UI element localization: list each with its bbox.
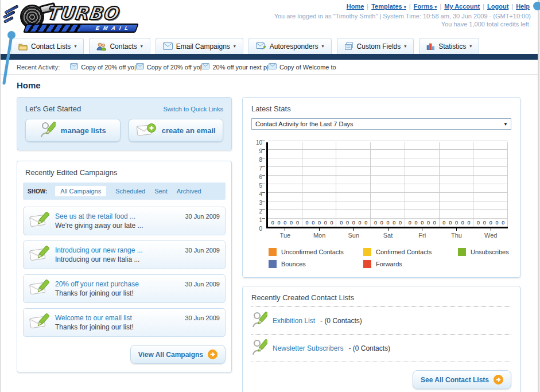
value-label-group: 00000 <box>336 220 371 226</box>
filter-archived[interactable]: Archived <box>177 188 201 195</box>
tab-custom-fields[interactable]: Custom Fields▾ <box>337 38 414 54</box>
x-axis-category-label: Mon <box>302 228 337 239</box>
manage-lists-label: manage lists <box>61 126 106 135</box>
legend-label: Unsubscribes <box>471 249 509 255</box>
latest-stats-title: Latest Stats <box>251 104 511 113</box>
tab-contacts[interactable]: Contacts▾ <box>89 38 150 54</box>
contact-list-item: Newsletter Subscribers - (0 Contacts) <box>251 335 511 362</box>
legend-item-bounces: Bounces <box>269 260 363 268</box>
person-pencil-icon <box>251 311 267 330</box>
page-title: Home <box>17 80 520 90</box>
chart-x-axis: TueMonSunSatFriThuWed <box>268 228 508 239</box>
campaign-title-link[interactable]: Introducing our new range ... <box>55 246 180 254</box>
login-info: You are logged in as "Timothy Smith" | S… <box>274 12 531 20</box>
recent-activity-items: Copy of 20% off yo|Copy of 20% off yo|20… <box>70 63 336 71</box>
stats-period-selected-option: Contact Activity for the Last 7 Days <box>255 121 353 127</box>
contact-list-name-link[interactable]: Exhibition List <box>273 317 315 325</box>
campaign-title-link[interactable]: Welcome to our email list <box>55 314 180 322</box>
envelope-pencil-icon <box>29 211 50 231</box>
gridline <box>439 142 440 227</box>
stats-period-select[interactable]: Contact Activity for the Last 7 Days ▼ <box>251 118 511 130</box>
campaign-subtitle: Introducing our new Italia ... <box>55 255 180 263</box>
recent-activity-item[interactable]: Copy of 20% off yo <box>136 63 200 71</box>
folder-icon <box>18 42 28 51</box>
contact-list-name-link[interactable]: Newsletter Subscribers <box>273 344 343 352</box>
top-nav-links: Home|Templates ▾|Forms ▾|My Account|Logo… <box>274 3 531 10</box>
top-link-help[interactable]: Help <box>516 3 530 10</box>
x-axis-tick <box>491 228 491 231</box>
recent-activity-item-label: 20% off your next p <box>212 64 267 71</box>
gridline <box>302 142 302 227</box>
gridline <box>268 209 508 210</box>
top-link-templates[interactable]: Templates ▾ <box>371 3 406 10</box>
filter-all-campaigns[interactable]: All Campaigns <box>55 186 106 196</box>
tab-statistics[interactable]: Statistics▾ <box>419 38 479 54</box>
legend-swatch <box>363 248 371 256</box>
custom-fields-icon <box>344 42 353 51</box>
tab-contact-lists[interactable]: Contact Lists▾ <box>11 38 84 54</box>
small-envelope-icon <box>136 63 144 71</box>
legend-swatch <box>363 260 371 268</box>
x-axis-tick <box>353 228 354 231</box>
switch-to-quick-links-link[interactable]: Switch to Quick Links <box>163 106 223 112</box>
top-link-forms[interactable]: Forms ▾ <box>414 3 437 10</box>
view-all-campaigns-button[interactable]: View All Campaigns <box>130 345 226 364</box>
gridline <box>268 149 508 150</box>
campaign-text: 20% off your next purchaseThanks for joi… <box>55 280 180 297</box>
logo-stripes <box>25 25 82 32</box>
campaign-row: 20% off your next purchaseThanks for joi… <box>23 274 226 303</box>
campaign-title-link[interactable]: 20% off your next purchase <box>55 280 180 288</box>
campaigns-panel-title: Recently Edited Campaigns <box>25 168 223 177</box>
value-label-group: 00000 <box>405 220 440 226</box>
get-started-title: Let's Get Started <box>25 104 81 113</box>
recent-activity-item[interactable]: Copy of Welcome to <box>269 63 336 71</box>
separator: | <box>367 3 368 10</box>
recent-activity-item[interactable]: Copy of 20% off yo <box>70 63 134 71</box>
filter-sent[interactable]: Sent <box>154 188 168 195</box>
recent-activity-item-label: Copy of Welcome to <box>279 64 336 71</box>
main-nav-tabs: Contact Lists▾Contacts▾Email Campaigns▾A… <box>1 38 538 54</box>
campaign-list: See us at the retail food ...We're givin… <box>23 207 226 337</box>
credits-info: You have 1,000 total credits left. <box>274 20 531 28</box>
tab-autoresponders[interactable]: Autoresponders▾ <box>248 38 332 54</box>
small-envelope-icon <box>269 63 277 71</box>
top-link-home[interactable]: Home <box>347 3 364 10</box>
tab-label: Statistics <box>438 42 466 51</box>
campaign-title-link[interactable]: See us at the retail food ... <box>55 212 180 220</box>
gridline <box>405 142 405 227</box>
recent-activity-item[interactable]: 20% off your next p <box>201 63 267 71</box>
manage-lists-button[interactable]: manage lists <box>25 119 121 142</box>
recent-activity-item-label: Copy of 20% off yo <box>147 64 200 71</box>
envelope-pencil-icon <box>29 244 50 265</box>
envelope-icon <box>163 42 173 50</box>
y-axis-tick-label: 10 <box>256 139 262 146</box>
logo-needle-decoration <box>1 30 18 87</box>
top-link-my-account[interactable]: My Account <box>444 3 480 10</box>
contact-lists-title: Recently Created Contact Lists <box>251 293 511 307</box>
logo-email-bar: EMAIL <box>23 24 139 33</box>
small-envelope-icon <box>201 63 209 71</box>
chevron-down-icon: ▼ <box>503 122 508 127</box>
see-all-contact-lists-button[interactable]: See All Contact Lists <box>413 370 511 389</box>
view-all-campaigns-label: View All Campaigns <box>138 351 203 359</box>
autoresponder-icon <box>256 42 266 51</box>
chart-plot-area: 00000000000000000000000000000000000 <box>266 142 508 228</box>
x-axis-category-label: Thu <box>440 228 474 239</box>
campaign-date: 30 Jun 2009 <box>185 281 220 288</box>
create-an-email-button[interactable]: create an email <box>129 119 224 142</box>
x-axis-tick <box>456 228 457 231</box>
chevron-down-icon: ▾ <box>322 44 324 49</box>
get-started-buttons: manage listscreate an email <box>25 119 223 142</box>
envelope-pencil-icon <box>29 278 50 299</box>
tab-email-campaigns[interactable]: Email Campaigns▾ <box>156 38 243 54</box>
get-started-panel: Let's Get Started Switch to Quick Links … <box>17 97 232 150</box>
filter-scheduled[interactable]: Scheduled <box>115 188 145 195</box>
recent-activity-item-label: Copy of 20% off yo <box>81 64 134 71</box>
arrow-circle-icon <box>494 375 503 385</box>
main-content: Home Let's Get Started Switch to Quick L… <box>1 75 538 392</box>
gridline <box>507 142 508 227</box>
top-link-logout[interactable]: Logout <box>487 3 508 10</box>
separator: | <box>511 3 513 10</box>
tab-label: Contacts <box>110 42 137 51</box>
legend-item-unconfirmed-contacts: Unconfirmed Contacts <box>269 248 363 256</box>
